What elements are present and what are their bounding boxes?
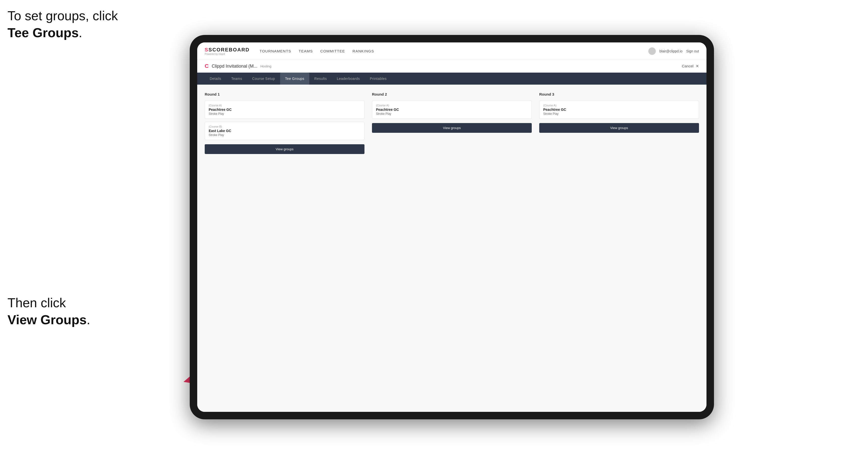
nav-links: TOURNAMENTS TEAMS COMMITTEE RANKINGS	[260, 49, 648, 53]
round-3-course-a-format: Stroke Play	[543, 112, 695, 116]
round-1-course-a-name: Peachtree GC	[209, 107, 361, 112]
nav-teams[interactable]: TEAMS	[299, 49, 313, 53]
round-1-course-a-format: Stroke Play	[209, 112, 361, 116]
tab-printables[interactable]: Printables	[365, 73, 392, 85]
instruction-bottom-period: .	[87, 312, 90, 327]
event-title: C Clippd Invitational (M... Hosting	[205, 63, 271, 69]
round-2-course-a-format: Stroke Play	[376, 112, 528, 116]
round-1-course-a-label: (Course A)	[209, 104, 361, 107]
instruction-top-line1: To set groups, click	[7, 8, 118, 23]
tab-bar: Details Teams Course Setup Tee Groups Re…	[197, 73, 707, 85]
tab-teams[interactable]: Teams	[226, 73, 247, 85]
logo-sub: Powered by clippit	[205, 53, 250, 55]
tab-results[interactable]: Results	[309, 73, 332, 85]
round-1-course-b-label: (Course B)	[209, 125, 361, 128]
tab-details[interactable]: Details	[205, 73, 226, 85]
tablet-screen: SSCOREBOARD Powered by clippit TOURNAMEN…	[197, 42, 707, 412]
instruction-bottom-line1: Then click	[7, 295, 66, 310]
round-1-course-a: (Course A) Peachtree GC Stroke Play	[205, 101, 365, 119]
instruction-top: To set groups, click Tee Groups.	[7, 7, 118, 41]
round-2-course-a: (Course A) Peachtree GC Stroke Play	[372, 101, 532, 119]
round-3-title: Round 3	[539, 92, 699, 96]
round-1-title: Round 1	[205, 92, 365, 96]
tab-leaderboards[interactable]: Leaderboards	[332, 73, 365, 85]
main-content: Round 1 (Course A) Peachtree GC Stroke P…	[197, 85, 707, 412]
round-3-view-groups-button[interactable]: View groups	[539, 123, 699, 133]
round-3-course-a-label: (Course A)	[543, 104, 695, 107]
round-1-course-b: (Course B) East Lake GC Stroke Play	[205, 122, 365, 140]
tablet-device: SSCOREBOARD Powered by clippit TOURNAMEN…	[190, 35, 714, 419]
round-2-view-groups-button[interactable]: View groups	[372, 123, 532, 133]
instruction-bottom: Then click View Groups.	[7, 294, 90, 328]
sub-header: C Clippd Invitational (M... Hosting Canc…	[197, 60, 707, 73]
avatar	[648, 48, 656, 55]
tab-course-setup[interactable]: Course Setup	[247, 73, 280, 85]
sign-out-link[interactable]: Sign out	[686, 49, 699, 53]
round-2-title: Round 2	[372, 92, 532, 96]
round-3-column: Round 3 (Course A) Peachtree GC Stroke P…	[539, 92, 699, 154]
instruction-top-line2: Tee Groups	[7, 26, 79, 40]
round-1-column: Round 1 (Course A) Peachtree GC Stroke P…	[205, 92, 365, 154]
cancel-button[interactable]: Cancel ✕	[682, 64, 699, 68]
nav-committee[interactable]: COMMITTEE	[320, 49, 345, 53]
round-2-course-a-label: (Course A)	[376, 104, 528, 107]
round-2-column: Round 2 (Course A) Peachtree GC Stroke P…	[372, 92, 532, 154]
round-1-course-b-name: East Lake GC	[209, 129, 361, 133]
event-name: Clippd Invitational (M...	[212, 64, 257, 69]
nav-rankings[interactable]: RANKINGS	[352, 49, 374, 53]
round-3-course-a-name: Peachtree GC	[543, 107, 695, 112]
nav-right: blair@clippd.io Sign out	[648, 48, 699, 55]
hosting-label: Hosting	[260, 64, 271, 68]
round-2-course-a-name: Peachtree GC	[376, 107, 528, 112]
logo: SSCOREBOARD	[205, 47, 250, 53]
round-3-course-a: (Course A) Peachtree GC Stroke Play	[539, 101, 699, 119]
top-nav: SSCOREBOARD Powered by clippit TOURNAMEN…	[197, 42, 707, 60]
rounds-grid: Round 1 (Course A) Peachtree GC Stroke P…	[205, 92, 699, 154]
instruction-top-period: .	[79, 26, 82, 40]
tab-tee-groups[interactable]: Tee Groups	[280, 73, 309, 85]
nav-tournaments[interactable]: TOURNAMENTS	[260, 49, 291, 53]
round-1-course-b-format: Stroke Play	[209, 133, 361, 137]
round-1-view-groups-button[interactable]: View groups	[205, 144, 365, 154]
user-email: blair@clippd.io	[659, 49, 683, 53]
logo-area: SSCOREBOARD Powered by clippit	[205, 47, 250, 55]
instruction-bottom-line2: View Groups	[7, 312, 87, 327]
